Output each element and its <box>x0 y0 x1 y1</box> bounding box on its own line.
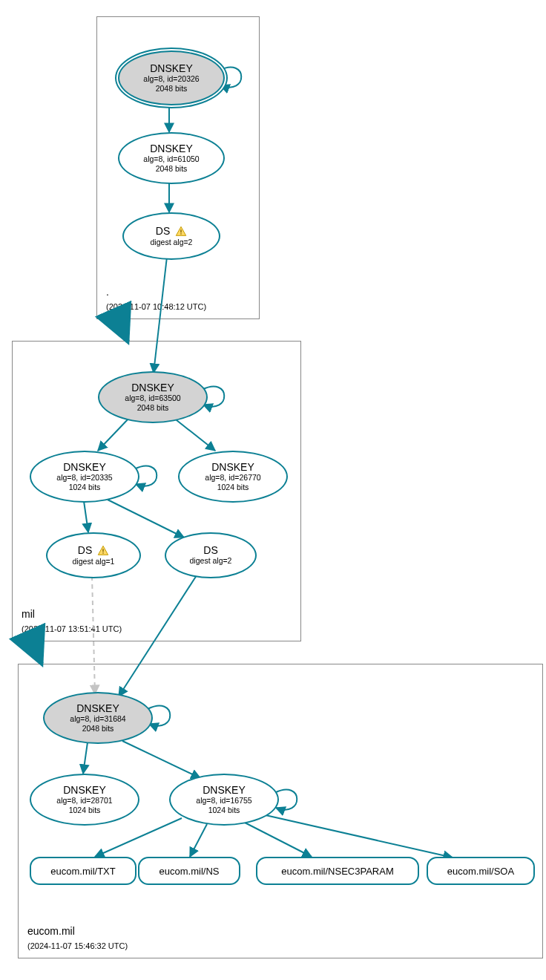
rrset-label: eucom.mil/NS <box>159 866 220 877</box>
warning-icon <box>175 226 187 238</box>
node-sub: 1024 bits <box>69 806 101 815</box>
zone-mil-label: mil <box>22 608 35 620</box>
node-title: DS <box>156 226 187 238</box>
rrset-label: eucom.mil/NSEC3PARAM <box>281 866 393 877</box>
rrset-ns: eucom.mil/NS <box>138 857 240 885</box>
svg-rect-3 <box>103 552 104 553</box>
node-title: DS <box>203 545 217 556</box>
rrset-nsec3param: eucom.mil/NSEC3PARAM <box>256 857 419 885</box>
node-sub: digest alg=1 <box>73 557 115 566</box>
zone-mil-time: (2024-11-07 13:51:41 UTC) <box>22 624 122 633</box>
node-title: DNSKEY <box>203 785 246 796</box>
node-sub: alg=8, id=31684 <box>70 714 125 724</box>
node-sub: digest alg=2 <box>151 238 193 247</box>
ds-mil-2: DS digest alg=2 <box>165 532 257 578</box>
zone-root-time: (2024-11-07 10:48:12 UTC) <box>106 302 206 311</box>
node-sub: alg=8, id=16755 <box>196 796 251 806</box>
rrset-txt: eucom.mil/TXT <box>30 857 136 885</box>
ds-mil-1: DS digest alg=1 <box>46 532 141 578</box>
zone-eucom-label: eucom.mil <box>27 925 75 937</box>
ds-label: DS <box>78 544 92 556</box>
dnskey-mil-zsk: DNSKEY alg=8, id=20335 1024 bits <box>30 451 139 503</box>
svg-rect-0 <box>181 229 182 232</box>
node-sub: digest alg=2 <box>190 556 232 566</box>
node-sub: alg=8, id=20326 <box>143 74 199 84</box>
node-sub: 1024 bits <box>208 806 240 815</box>
dnskey-root-ksk: DNSKEY alg=8, id=20326 2048 bits <box>118 50 225 105</box>
node-sub: alg=8, id=63500 <box>125 393 180 403</box>
dnskey-mil-ksk: DNSKEY alg=8, id=63500 2048 bits <box>98 371 208 423</box>
node-title: DNSKEY <box>150 63 193 74</box>
dnskey-eucom-zsk1: DNSKEY alg=8, id=28701 1024 bits <box>30 774 139 826</box>
node-sub: alg=8, id=26770 <box>205 473 260 483</box>
ds-label: DS <box>156 225 170 237</box>
node-title: DNSKEY <box>150 143 193 154</box>
ds-root: DS digest alg=2 <box>122 212 220 260</box>
node-sub: 2048 bits <box>156 164 188 174</box>
node-title: DNSKEY <box>131 382 174 393</box>
dnskey-eucom-zsk2: DNSKEY alg=8, id=16755 1024 bits <box>169 774 279 826</box>
dnskey-mil-zsk2: DNSKEY alg=8, id=26770 1024 bits <box>178 451 288 503</box>
rrset-label: eucom.mil/SOA <box>447 866 514 877</box>
warning-icon <box>97 545 109 557</box>
node-title: DS <box>78 545 109 557</box>
node-sub: 1024 bits <box>217 483 249 492</box>
svg-rect-1 <box>181 233 182 234</box>
node-sub: alg=8, id=28701 <box>56 796 112 806</box>
node-sub: 2048 bits <box>82 724 114 734</box>
node-sub: alg=8, id=61050 <box>143 154 199 164</box>
dnskey-eucom-ksk: DNSKEY alg=8, id=31684 2048 bits <box>43 692 153 744</box>
zone-eucom-time: (2024-11-07 15:46:32 UTC) <box>27 941 128 950</box>
node-sub: 2048 bits <box>137 403 169 413</box>
rrset-label: eucom.mil/TXT <box>50 866 115 877</box>
rrset-soa: eucom.mil/SOA <box>427 857 535 885</box>
zone-root-label: . <box>106 286 109 298</box>
node-sub: 2048 bits <box>156 84 188 94</box>
dnskey-root-zsk: DNSKEY alg=8, id=61050 2048 bits <box>118 132 225 184</box>
node-title: DNSKEY <box>63 462 106 473</box>
node-title: DNSKEY <box>211 462 254 473</box>
node-title: DNSKEY <box>76 703 119 714</box>
node-sub: alg=8, id=20335 <box>56 473 112 483</box>
svg-rect-2 <box>103 549 104 552</box>
node-title: DNSKEY <box>63 785 106 796</box>
node-sub: 1024 bits <box>69 483 101 492</box>
